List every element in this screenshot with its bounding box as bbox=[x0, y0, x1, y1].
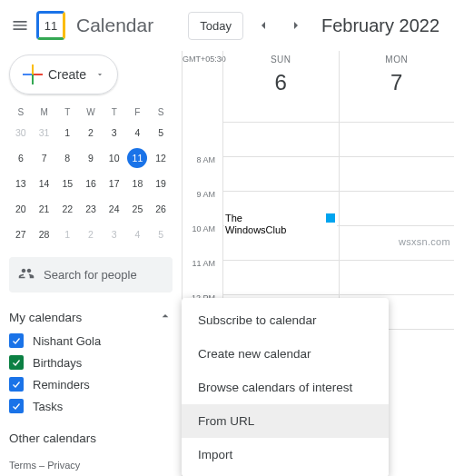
mini-cal-day[interactable]: 31 bbox=[35, 123, 54, 143]
next-period-button[interactable] bbox=[283, 13, 309, 38]
mini-cal-header: S bbox=[9, 107, 33, 117]
mini-cal-day[interactable]: 5 bbox=[151, 123, 171, 143]
chevron-up-icon bbox=[158, 309, 173, 326]
privacy-link[interactable]: Privacy bbox=[47, 460, 80, 471]
plus-icon bbox=[23, 64, 39, 84]
mini-cal-day[interactable]: 21 bbox=[35, 199, 54, 219]
today-button[interactable]: Today bbox=[188, 12, 243, 40]
hour-label: 9 AM bbox=[183, 190, 219, 224]
context-menu-item[interactable]: Import bbox=[182, 438, 389, 471]
other-calendars-context-menu: Subscribe to calendarCreate new calendar… bbox=[182, 298, 389, 476]
event-color-square-icon bbox=[326, 213, 335, 223]
search-placeholder: Search for people bbox=[44, 268, 137, 282]
calendar-logo-icon: 11 bbox=[36, 11, 65, 40]
calendar-checkbox-item[interactable]: Nishant Gola bbox=[9, 333, 173, 348]
calendar-label: Nishant Gola bbox=[33, 334, 101, 348]
mini-cal-header: S bbox=[149, 107, 173, 117]
hour-row[interactable] bbox=[222, 260, 454, 294]
context-menu-item[interactable]: From URL bbox=[182, 404, 389, 438]
prev-period-button[interactable] bbox=[251, 13, 276, 38]
mini-cal-day[interactable]: 2 bbox=[81, 123, 101, 143]
mini-cal-day[interactable]: 3 bbox=[104, 224, 124, 244]
calendar-label: Tasks bbox=[33, 400, 63, 413]
checkbox-icon bbox=[9, 399, 24, 413]
mini-calendar[interactable]: SMTWTFS303112345678910111213141516171819… bbox=[9, 107, 173, 244]
mini-cal-day[interactable]: 7 bbox=[35, 148, 54, 168]
calendar-checkbox-item[interactable]: Reminders bbox=[9, 377, 173, 392]
caret-down-icon bbox=[95, 68, 104, 82]
mini-cal-day[interactable]: 26 bbox=[151, 199, 171, 219]
mini-cal-header: W bbox=[79, 107, 103, 117]
mini-cal-day[interactable]: 27 bbox=[11, 224, 31, 244]
mini-cal-day[interactable]: 18 bbox=[127, 174, 147, 193]
mini-cal-day[interactable]: 23 bbox=[81, 199, 101, 219]
terms-link[interactable]: Terms bbox=[9, 460, 36, 471]
mini-cal-header: M bbox=[33, 107, 56, 117]
mini-cal-day[interactable]: 5 bbox=[151, 224, 171, 244]
mini-cal-day[interactable]: 6 bbox=[11, 148, 31, 168]
mini-cal-day[interactable]: 4 bbox=[127, 224, 147, 244]
app-title: Calendar bbox=[76, 15, 153, 36]
checkbox-icon bbox=[9, 333, 24, 348]
mini-cal-day[interactable]: 3 bbox=[104, 123, 124, 143]
mini-cal-day[interactable]: 28 bbox=[35, 224, 54, 244]
hour-label: 10 AM bbox=[183, 224, 219, 259]
mini-cal-day[interactable]: 14 bbox=[35, 174, 54, 193]
context-menu-item[interactable]: Browse calendars of interest bbox=[182, 371, 389, 404]
mini-cal-day[interactable]: 24 bbox=[104, 199, 124, 219]
context-menu-item[interactable]: Subscribe to calendar bbox=[182, 303, 389, 337]
mini-cal-day[interactable]: 8 bbox=[57, 148, 77, 168]
mini-cal-header: T bbox=[55, 107, 79, 117]
footer-links: Terms – Privacy bbox=[9, 460, 80, 471]
create-button-label: Create bbox=[48, 67, 86, 82]
hour-row[interactable] bbox=[222, 156, 454, 191]
current-month-label: February 2022 bbox=[321, 15, 439, 36]
hour-label: 11 AM bbox=[183, 259, 219, 293]
logo-day-number: 11 bbox=[44, 19, 57, 33]
mini-cal-day[interactable]: 25 bbox=[127, 199, 147, 219]
hour-label: 8 AM bbox=[183, 155, 219, 190]
calendar-event[interactable]: The WindowsClub bbox=[224, 212, 337, 237]
create-button[interactable]: Create bbox=[9, 55, 118, 94]
mini-cal-day[interactable]: 15 bbox=[57, 174, 77, 193]
mini-cal-header: F bbox=[126, 107, 150, 117]
other-calendars-header[interactable]: Other calendars bbox=[9, 431, 173, 445]
mini-cal-day[interactable]: 13 bbox=[11, 174, 31, 193]
day-number: 6 bbox=[223, 70, 339, 95]
mini-cal-day[interactable]: 22 bbox=[57, 199, 77, 219]
mini-cal-day[interactable]: 4 bbox=[127, 123, 147, 143]
calendar-label: Birthdays bbox=[33, 356, 82, 370]
mini-cal-day[interactable]: 19 bbox=[151, 174, 171, 193]
mini-cal-day[interactable]: 2 bbox=[81, 224, 101, 244]
people-icon bbox=[18, 265, 35, 284]
calendar-checkbox-item[interactable]: Tasks bbox=[9, 399, 173, 413]
mini-cal-day[interactable]: 9 bbox=[81, 148, 101, 168]
mini-cal-day[interactable]: 17 bbox=[104, 174, 124, 193]
day-of-week: SUN bbox=[223, 55, 339, 64]
day-number: 7 bbox=[340, 70, 455, 95]
day-of-week: MON bbox=[340, 55, 455, 64]
mini-cal-day[interactable]: 16 bbox=[81, 174, 101, 193]
search-people-input[interactable]: Search for people bbox=[9, 257, 173, 293]
watermark: wsxsn.com bbox=[399, 236, 450, 247]
my-calendars-header[interactable]: My calendars bbox=[9, 309, 173, 326]
mini-cal-day[interactable]: 1 bbox=[57, 224, 77, 244]
mini-cal-day[interactable]: 10 bbox=[104, 148, 124, 168]
context-menu-item[interactable]: Create new calendar bbox=[182, 337, 389, 371]
day-column-header[interactable]: MON 7 bbox=[339, 51, 455, 122]
calendar-label: Reminders bbox=[33, 378, 90, 392]
mini-cal-header: T bbox=[103, 107, 126, 117]
checkbox-icon bbox=[9, 377, 24, 392]
checkbox-icon bbox=[9, 355, 24, 370]
mini-cal-day[interactable]: 1 bbox=[57, 123, 77, 143]
calendar-checkbox-item[interactable]: Birthdays bbox=[9, 355, 173, 370]
main-menu-icon[interactable] bbox=[11, 16, 29, 35]
day-column-header[interactable]: SUN 6 bbox=[222, 51, 339, 122]
timezone-label: GMT+05:30 bbox=[183, 51, 222, 122]
mini-cal-day[interactable]: 20 bbox=[11, 199, 31, 219]
mini-cal-day[interactable]: 11 bbox=[127, 148, 147, 168]
mini-cal-day[interactable]: 30 bbox=[11, 123, 31, 143]
mini-cal-day[interactable]: 12 bbox=[151, 148, 171, 168]
